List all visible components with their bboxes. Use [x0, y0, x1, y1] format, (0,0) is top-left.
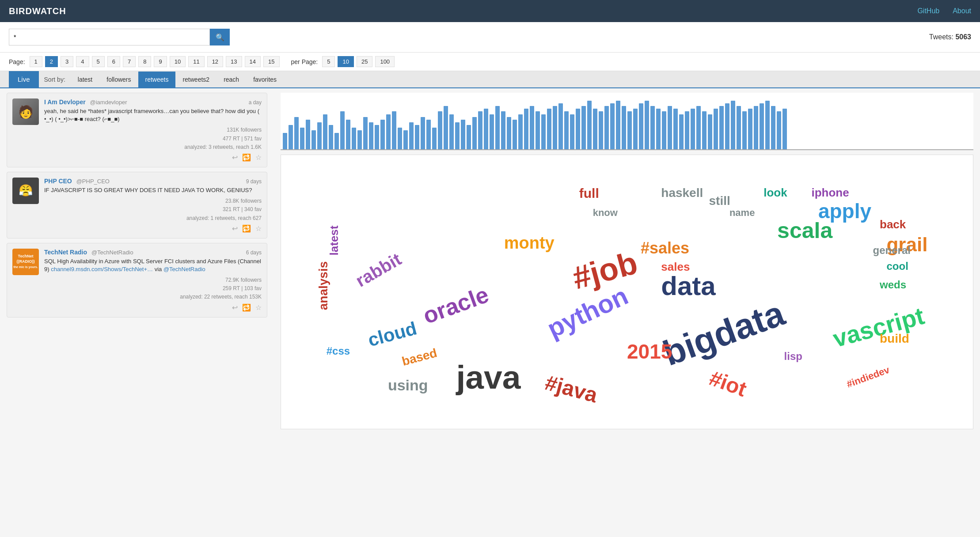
- word-cloud-word[interactable]: still: [709, 194, 730, 208]
- word-cloud-word[interactable]: weds: [880, 279, 906, 291]
- word-cloud-word[interactable]: bigdata: [658, 293, 790, 374]
- word-cloud-word[interactable]: full: [579, 186, 599, 201]
- page-btn-3[interactable]: 3: [61, 56, 73, 67]
- chart-bar: [650, 106, 655, 149]
- chart-bar: [760, 103, 764, 149]
- word-cloud-word[interactable]: analysis: [316, 261, 330, 310]
- avatar: 🧑: [12, 98, 39, 125]
- word-cloud-word[interactable]: name: [729, 207, 755, 219]
- reply-button[interactable]: ↩: [232, 303, 238, 312]
- chart-bar: [754, 106, 758, 149]
- favorite-button[interactable]: ☆: [255, 303, 262, 312]
- tweet-username[interactable]: TechNet Radio: [44, 249, 87, 256]
- word-cloud-word[interactable]: iphone: [811, 186, 849, 200]
- search-input[interactable]: [9, 29, 210, 45]
- per-page-5[interactable]: 5: [322, 56, 335, 67]
- word-cloud-word[interactable]: lisp: [784, 350, 802, 363]
- word-cloud-word[interactable]: know: [593, 207, 618, 219]
- word-cloud-word[interactable]: cloud: [365, 318, 419, 351]
- word-cloud-word[interactable]: oracle: [420, 281, 492, 329]
- chart-bar: [737, 106, 741, 149]
- word-cloud-word[interactable]: cool: [886, 260, 908, 272]
- search-button[interactable]: 🔍: [210, 29, 230, 45]
- tweet-time: 9 days: [246, 178, 262, 185]
- tweet-via-link[interactable]: @TechNetRadio: [163, 266, 205, 272]
- word-cloud-word[interactable]: #java: [543, 370, 600, 407]
- tweet-analyzed: analyzed: 22 retweets, reach 153K: [44, 293, 262, 301]
- sort-retweets2[interactable]: retweets2: [175, 72, 217, 87]
- page-btn-6[interactable]: 6: [107, 56, 120, 67]
- word-cloud-word[interactable]: based: [400, 346, 438, 369]
- word-cloud-word[interactable]: #indiedev: [845, 364, 891, 390]
- word-cloud-word[interactable]: using: [388, 377, 428, 394]
- tweet-header: TechNet Radio @TechNetRadio 6 days: [44, 249, 262, 256]
- chart-bar: [449, 114, 454, 149]
- sort-latest[interactable]: latest: [71, 72, 99, 87]
- chart-bar: [340, 111, 345, 149]
- page-btn-12[interactable]: 12: [207, 56, 223, 67]
- about-link[interactable]: About: [953, 7, 971, 15]
- page-btn-2[interactable]: 2: [45, 56, 58, 67]
- favorite-button[interactable]: ☆: [255, 153, 262, 162]
- word-cloud-word[interactable]: build: [880, 332, 909, 346]
- word-cloud-word[interactable]: java: [456, 358, 521, 396]
- live-button[interactable]: Live: [9, 71, 39, 87]
- main-content: 🧑 I Am Devloper @iamdevloper a day yeah,…: [0, 88, 980, 434]
- tweet-username[interactable]: PHP CEO: [44, 178, 72, 185]
- table-row: TechNet((RADIO))the mic is yours. TechNe…: [7, 243, 267, 318]
- word-cloud-word[interactable]: general: [873, 244, 911, 257]
- reply-button[interactable]: ↩: [232, 153, 238, 162]
- word-cloud-word[interactable]: data: [661, 271, 715, 301]
- sort-followers[interactable]: followers: [99, 72, 138, 87]
- page-btn-8[interactable]: 8: [138, 56, 151, 67]
- chart-bar: [627, 111, 632, 149]
- page-btn-5[interactable]: 5: [92, 56, 105, 67]
- page-btn-15[interactable]: 15: [263, 56, 279, 67]
- word-cloud-word[interactable]: #css: [327, 345, 350, 357]
- word-cloud-word[interactable]: rabbit: [352, 249, 405, 291]
- github-link[interactable]: GitHub: [917, 7, 939, 15]
- retweet-button[interactable]: 🔁: [242, 224, 251, 233]
- page-btn-13[interactable]: 13: [226, 56, 242, 67]
- per-page-10[interactable]: 10: [338, 56, 353, 67]
- word-cloud-word[interactable]: sales: [661, 260, 690, 274]
- word-cloud-word[interactable]: look: [763, 186, 787, 200]
- tweet-user-info: PHP CEO @PHP_CEO: [44, 178, 110, 185]
- word-cloud-word[interactable]: monty: [504, 234, 555, 253]
- word-cloud-word[interactable]: latest: [328, 226, 342, 256]
- sort-reach[interactable]: reach: [217, 72, 246, 87]
- word-cloud-word[interactable]: #sales: [641, 239, 689, 257]
- sort-retweets[interactable]: retweets: [138, 72, 176, 87]
- chart-bar: [317, 122, 322, 149]
- tweet-link[interactable]: channel9.msdn.com/Shows/TechNet+…: [51, 266, 153, 272]
- chart-bar: [662, 111, 666, 149]
- word-cloud-word[interactable]: vascript: [830, 302, 927, 353]
- chart-bar: [530, 106, 534, 149]
- retweet-button[interactable]: 🔁: [242, 303, 251, 312]
- chart-bar: [541, 114, 546, 149]
- chart-bar: [438, 111, 442, 149]
- reply-button[interactable]: ↩: [232, 224, 238, 233]
- page-btn-4[interactable]: 4: [76, 56, 89, 67]
- page-btn-11[interactable]: 11: [188, 56, 204, 67]
- per-page-100[interactable]: 100: [375, 56, 395, 67]
- page-btn-7[interactable]: 7: [123, 56, 136, 67]
- tweet-time: 6 days: [246, 250, 262, 256]
- word-cloud-word[interactable]: back: [880, 218, 906, 231]
- word-cloud-word[interactable]: 2015: [627, 340, 672, 363]
- chart-bar: [714, 109, 718, 149]
- page-btn-14[interactable]: 14: [245, 56, 261, 67]
- retweet-button[interactable]: 🔁: [242, 153, 251, 162]
- tweet-username[interactable]: I Am Devloper: [44, 98, 86, 106]
- page-btn-10[interactable]: 10: [170, 56, 186, 67]
- page-btn-1[interactable]: 1: [30, 56, 42, 67]
- tweet-rt-fav: 477 RT | 571 fav: [44, 135, 262, 143]
- page-btn-9[interactable]: 9: [154, 56, 167, 67]
- sort-favorites[interactable]: favorites: [246, 72, 284, 87]
- word-cloud-word[interactable]: #iot: [706, 366, 750, 401]
- word-cloud-word[interactable]: apply: [818, 199, 871, 223]
- tweet-body: I Am Devloper @iamdevloper a day yeah, h…: [44, 98, 262, 162]
- word-cloud-word[interactable]: haskell: [661, 186, 703, 200]
- favorite-button[interactable]: ☆: [255, 224, 262, 233]
- per-page-25[interactable]: 25: [357, 56, 372, 67]
